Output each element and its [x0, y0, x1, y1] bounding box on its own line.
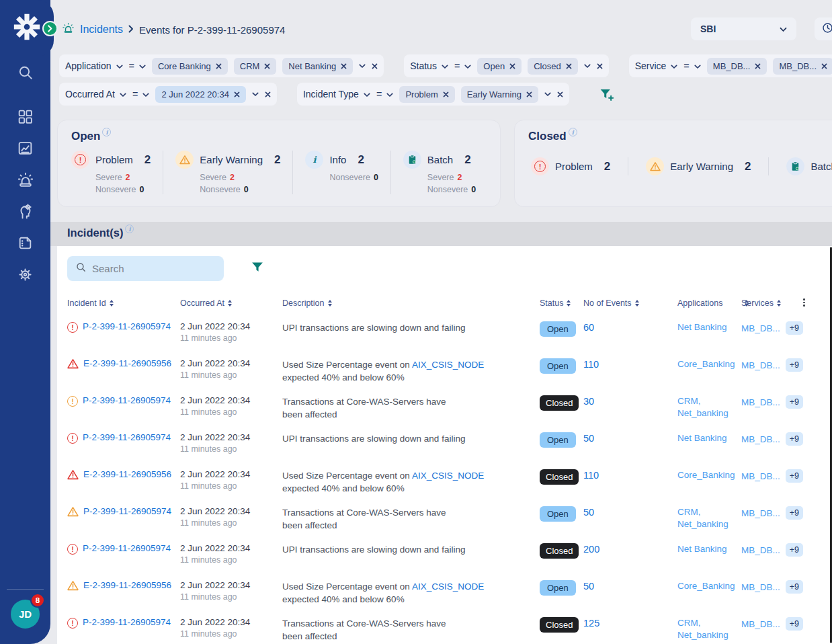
column-header-no-of-events[interactable]: No of Events	[583, 298, 639, 308]
remove-chip-icon[interactable]	[443, 91, 449, 97]
filter-operator-button[interactable]: =	[129, 61, 146, 71]
incident-id-link[interactable]: P-2-399-11-26905974	[83, 395, 171, 405]
description-link[interactable]: AIX_CSIS_NODE	[412, 360, 484, 370]
breadcrumb-incidents-link[interactable]: Incidents	[80, 24, 123, 36]
sort-icon[interactable]	[110, 300, 114, 307]
sidebar-item-settings[interactable]	[16, 266, 34, 284]
application-link[interactable]: Core_Banking	[677, 580, 735, 592]
column-header-status[interactable]: Status	[540, 298, 571, 308]
info-icon[interactable]	[102, 128, 111, 136]
filter-field-button-occurred-at[interactable]: Occurred At	[65, 89, 126, 99]
more-services-chip[interactable]: +9	[786, 395, 803, 409]
time-range-button[interactable]	[815, 17, 832, 40]
sidebar-item-analytics[interactable]	[16, 139, 34, 157]
sort-icon[interactable]	[567, 300, 571, 307]
org-selector[interactable]: SBI	[691, 17, 796, 40]
description-link[interactable]: AIX_CSIS_NODE	[412, 581, 484, 592]
application-link[interactable]: Net Banking	[677, 321, 727, 333]
sort-icon[interactable]	[228, 300, 232, 307]
application-link[interactable]: Core_Banking	[677, 358, 735, 370]
incident-id-link[interactable]: P-2-399-11-26905974	[83, 543, 171, 553]
incident-id-link[interactable]: P-2-399-11-26905974	[83, 432, 171, 442]
remove-chip-icon[interactable]	[526, 91, 532, 97]
column-header-services[interactable]: Services	[741, 298, 781, 308]
more-services-chip[interactable]: +9	[786, 543, 803, 557]
application-link[interactable]: CRM, Net_banking	[677, 395, 729, 419]
sidebar-item-ai-insights[interactable]	[16, 202, 34, 220]
clear-filter-icon[interactable]	[557, 91, 563, 97]
remove-chip-icon[interactable]	[755, 63, 761, 69]
clear-filter-icon[interactable]	[372, 63, 378, 69]
more-services-chip[interactable]: +9	[786, 321, 803, 335]
service-link[interactable]: MB_DB...	[741, 323, 780, 333]
events-count-link[interactable]: 110	[583, 470, 599, 481]
events-count-link[interactable]: 200	[583, 544, 599, 555]
filter-field-button-status[interactable]: Status	[410, 61, 448, 71]
more-services-chip[interactable]: +9	[786, 506, 803, 520]
service-link[interactable]: MB_DB...	[741, 619, 780, 629]
more-services-chip[interactable]: +9	[786, 469, 803, 483]
service-link[interactable]: MB_DB...	[741, 545, 780, 555]
incident-id-link[interactable]: P-2-399-11-26905974	[83, 321, 171, 331]
sidebar-expand-toggle[interactable]	[42, 21, 58, 36]
more-services-chip[interactable]: +9	[786, 580, 803, 594]
service-link[interactable]: MB_DB...	[741, 471, 780, 481]
events-count-link[interactable]: 50	[583, 507, 594, 518]
application-link[interactable]: Net Banking	[677, 432, 727, 444]
clear-filter-icon[interactable]	[597, 63, 603, 69]
expand-chips-icon[interactable]	[252, 92, 259, 97]
incident-id-link[interactable]: E-2-399-11-26905956	[83, 358, 171, 368]
column-header-description[interactable]: Description	[282, 298, 332, 308]
service-link[interactable]: MB_DB...	[741, 582, 780, 592]
service-link[interactable]: MB_DB...	[741, 434, 780, 444]
info-icon[interactable]	[125, 225, 134, 233]
service-link[interactable]: MB_DB...	[741, 397, 780, 407]
more-services-chip[interactable]: +9	[786, 617, 803, 631]
sort-icon[interactable]	[328, 300, 332, 307]
events-count-link[interactable]: 125	[583, 618, 599, 629]
events-count-link[interactable]: 30	[583, 396, 594, 407]
filter-operator-button[interactable]: =	[683, 61, 700, 71]
filter-operator-button[interactable]: =	[454, 61, 471, 71]
column-header-occurred-at[interactable]: Occurred At	[180, 298, 232, 308]
filter-operator-button[interactable]: =	[132, 89, 149, 99]
sort-icon[interactable]	[635, 300, 639, 307]
remove-chip-icon[interactable]	[566, 63, 572, 69]
table-filter-icon[interactable]	[250, 260, 265, 276]
expand-chips-icon[interactable]	[359, 64, 366, 69]
incident-id-link[interactable]: E-2-399-11-26905956	[83, 469, 171, 479]
events-count-link[interactable]: 110	[583, 359, 599, 370]
incident-id-link[interactable]: P-2-399-11-26905974	[83, 617, 171, 627]
remove-chip-icon[interactable]	[216, 63, 222, 69]
clear-filter-icon[interactable]	[265, 91, 271, 97]
sort-icon[interactable]	[777, 300, 781, 307]
events-count-link[interactable]: 50	[583, 581, 594, 592]
remove-chip-icon[interactable]	[509, 63, 515, 69]
remove-chip-icon[interactable]	[264, 63, 270, 69]
remove-chip-icon[interactable]	[341, 63, 347, 69]
expand-chips-icon[interactable]	[584, 64, 591, 69]
service-link[interactable]: MB_DB...	[741, 360, 780, 370]
application-link[interactable]: CRM, Net_banking	[677, 617, 729, 641]
info-icon[interactable]	[569, 128, 577, 136]
sidebar-item-search[interactable]	[16, 63, 34, 81]
add-filter-icon[interactable]	[599, 87, 614, 102]
application-link[interactable]: Net Banking	[677, 543, 727, 555]
filter-field-button-application[interactable]: Application	[65, 61, 123, 71]
application-link[interactable]: Core_Banking	[677, 469, 735, 481]
column-header-applications[interactable]: Applications	[677, 298, 749, 308]
incident-id-link[interactable]: E-2-399-11-26905956	[83, 580, 171, 590]
filter-field-button-incident-type[interactable]: Incident Type	[303, 89, 370, 99]
filter-operator-button[interactable]: =	[376, 89, 393, 99]
events-count-link[interactable]: 60	[583, 322, 594, 333]
sidebar-item-dashboard[interactable]	[16, 108, 34, 126]
more-services-chip[interactable]: +9	[786, 432, 803, 446]
more-services-chip[interactable]: +9	[786, 358, 803, 372]
description-link[interactable]: AIX_CSIS_NODE	[412, 471, 484, 481]
events-count-link[interactable]: 50	[583, 433, 594, 444]
remove-chip-icon[interactable]	[234, 91, 240, 97]
application-link[interactable]: CRM, Net_banking	[677, 506, 729, 530]
column-header-incident-id[interactable]: Incident Id	[67, 298, 114, 308]
sidebar-item-incidents[interactable]	[16, 171, 34, 189]
service-link[interactable]: MB_DB...	[741, 508, 780, 518]
